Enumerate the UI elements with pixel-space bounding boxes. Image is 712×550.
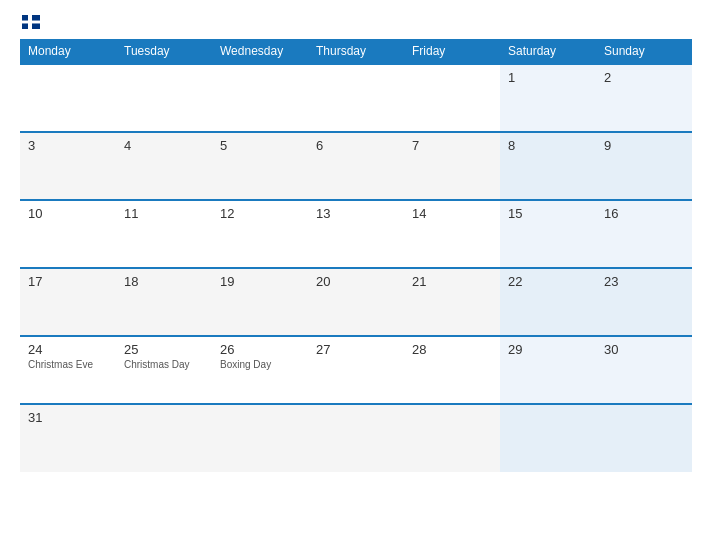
day-number: 26 [220, 342, 300, 357]
day-number: 25 [124, 342, 204, 357]
weekday-header-friday: Friday [404, 39, 500, 64]
day-number: 10 [28, 206, 108, 221]
day-number: 11 [124, 206, 204, 221]
day-number: 27 [316, 342, 396, 357]
day-number: 1 [508, 70, 588, 85]
holiday-label: Christmas Eve [28, 359, 108, 370]
calendar-cell: 29 [500, 336, 596, 404]
day-number: 2 [604, 70, 684, 85]
calendar-cell: 25Christmas Day [116, 336, 212, 404]
calendar-row: 3456789 [20, 132, 692, 200]
holiday-label: Boxing Day [220, 359, 300, 370]
day-number: 15 [508, 206, 588, 221]
calendar-row: 31 [20, 404, 692, 472]
calendar-cell: 8 [500, 132, 596, 200]
svg-rect-3 [22, 21, 40, 24]
day-number: 6 [316, 138, 396, 153]
calendar-cell: 19 [212, 268, 308, 336]
day-number: 28 [412, 342, 492, 357]
calendar-cell: 5 [212, 132, 308, 200]
calendar-cell: 30 [596, 336, 692, 404]
calendar-cell: 11 [116, 200, 212, 268]
weekday-header-sunday: Sunday [596, 39, 692, 64]
logo [20, 15, 40, 29]
day-number: 12 [220, 206, 300, 221]
calendar-cell: 4 [116, 132, 212, 200]
calendar-cell [404, 404, 500, 472]
calendar-cell: 28 [404, 336, 500, 404]
weekday-header-wednesday: Wednesday [212, 39, 308, 64]
calendar-row: 10111213141516 [20, 200, 692, 268]
day-number: 5 [220, 138, 300, 153]
calendar-page: MondayTuesdayWednesdayThursdayFridaySatu… [0, 0, 712, 550]
calendar-cell: 12 [212, 200, 308, 268]
day-number: 20 [316, 274, 396, 289]
day-number: 22 [508, 274, 588, 289]
calendar-cell [308, 64, 404, 132]
day-number: 17 [28, 274, 108, 289]
calendar-cell: 9 [596, 132, 692, 200]
calendar-cell: 6 [308, 132, 404, 200]
weekday-header-thursday: Thursday [308, 39, 404, 64]
calendar-cell: 21 [404, 268, 500, 336]
calendar-cell: 14 [404, 200, 500, 268]
day-number: 31 [28, 410, 108, 425]
day-number: 7 [412, 138, 492, 153]
calendar-cell: 22 [500, 268, 596, 336]
day-number: 13 [316, 206, 396, 221]
calendar-row: 17181920212223 [20, 268, 692, 336]
calendar-cell [116, 404, 212, 472]
calendar-cell: 31 [20, 404, 116, 472]
calendar-cell: 13 [308, 200, 404, 268]
day-number: 21 [412, 274, 492, 289]
calendar-cell: 18 [116, 268, 212, 336]
calendar-table: MondayTuesdayWednesdayThursdayFridaySatu… [20, 39, 692, 472]
calendar-cell [308, 404, 404, 472]
calendar-cell: 26Boxing Day [212, 336, 308, 404]
day-number: 16 [604, 206, 684, 221]
calendar-cell: 24Christmas Eve [20, 336, 116, 404]
weekday-header-saturday: Saturday [500, 39, 596, 64]
day-number: 18 [124, 274, 204, 289]
calendar-cell [404, 64, 500, 132]
calendar-cell: 17 [20, 268, 116, 336]
calendar-cell: 2 [596, 64, 692, 132]
calendar-cell: 1 [500, 64, 596, 132]
day-number: 8 [508, 138, 588, 153]
header [20, 15, 692, 29]
calendar-cell [116, 64, 212, 132]
calendar-cell: 15 [500, 200, 596, 268]
day-number: 29 [508, 342, 588, 357]
weekday-header-tuesday: Tuesday [116, 39, 212, 64]
calendar-cell: 3 [20, 132, 116, 200]
holiday-label: Christmas Day [124, 359, 204, 370]
day-number: 4 [124, 138, 204, 153]
calendar-cell [212, 404, 308, 472]
calendar-cell: 10 [20, 200, 116, 268]
day-number: 14 [412, 206, 492, 221]
logo-flag-icon [22, 15, 40, 29]
day-number: 23 [604, 274, 684, 289]
day-number: 9 [604, 138, 684, 153]
day-number: 30 [604, 342, 684, 357]
weekday-header-row: MondayTuesdayWednesdayThursdayFridaySatu… [20, 39, 692, 64]
day-number: 3 [28, 138, 108, 153]
calendar-cell: 16 [596, 200, 692, 268]
calendar-cell [20, 64, 116, 132]
calendar-cell: 7 [404, 132, 500, 200]
calendar-cell: 27 [308, 336, 404, 404]
day-number: 24 [28, 342, 108, 357]
calendar-row: 24Christmas Eve25Christmas Day26Boxing D… [20, 336, 692, 404]
calendar-cell [596, 404, 692, 472]
calendar-cell [212, 64, 308, 132]
calendar-cell: 20 [308, 268, 404, 336]
calendar-row: 12 [20, 64, 692, 132]
day-number: 19 [220, 274, 300, 289]
weekday-header-monday: Monday [20, 39, 116, 64]
calendar-cell [500, 404, 596, 472]
calendar-cell: 23 [596, 268, 692, 336]
